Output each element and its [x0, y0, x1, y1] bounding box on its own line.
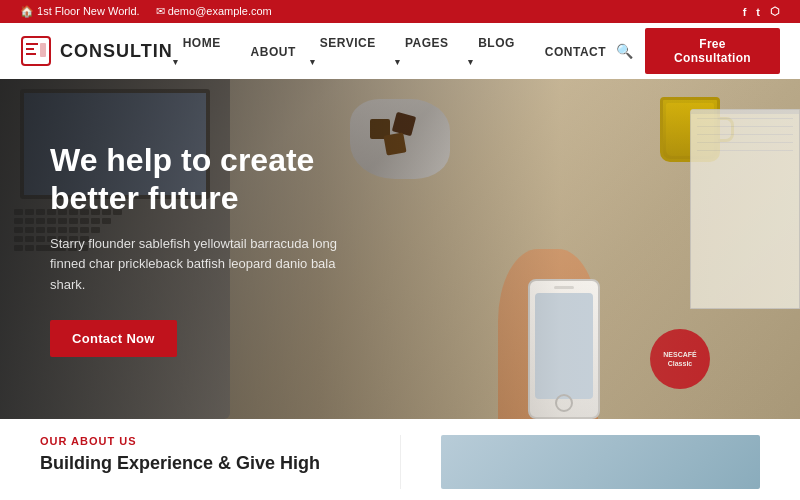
svg-rect-2: [26, 48, 34, 50]
svg-rect-1: [26, 43, 38, 45]
nav-item-about[interactable]: ABOUT: [241, 42, 306, 60]
nav-link-contact[interactable]: CONTACT: [535, 39, 616, 65]
bottom-section: OUR ABOUT US Building Experience & Give …: [0, 419, 800, 500]
twitter-icon[interactable]: t: [756, 6, 760, 18]
nav-link-about[interactable]: ABOUT: [241, 39, 306, 65]
address-info: 🏠 1st Floor New World.: [20, 5, 140, 18]
svg-rect-4: [40, 43, 46, 57]
logo-icon: [20, 35, 52, 67]
nav-item-home[interactable]: HOME: [173, 33, 237, 69]
about-section: OUR ABOUT US Building Experience & Give …: [40, 435, 401, 489]
logo-area: CONSULTIN: [20, 35, 173, 67]
email-icon: ✉: [156, 5, 165, 17]
nav-item-blog[interactable]: BLOG: [468, 33, 531, 69]
top-bar-left: 🏠 1st Floor New World. ✉ demo@example.co…: [20, 5, 272, 18]
about-image: [441, 435, 761, 489]
logo-text: CONSULTIN: [60, 41, 173, 62]
consultation-button[interactable]: Free Consultation: [645, 28, 780, 74]
contact-now-button[interactable]: Contact Now: [50, 320, 177, 357]
email-info: ✉ demo@example.com: [156, 5, 272, 18]
nav-right: 🔍 Free Consultation: [616, 28, 780, 74]
search-icon[interactable]: 🔍: [616, 43, 633, 59]
top-bar-social: f t ⬡: [743, 5, 780, 18]
facebook-icon[interactable]: f: [743, 6, 747, 18]
nav-links: HOME ABOUT SERVICE PAGES BLOG CONTACT: [173, 33, 616, 69]
about-label: OUR ABOUT US: [40, 435, 360, 447]
hero-title: We help to create better future: [50, 141, 370, 218]
about-title: Building Experience & Give High: [40, 453, 360, 474]
hero-title-line1: We help to create: [50, 142, 314, 178]
nav-link-blog[interactable]: BLOG: [468, 30, 515, 74]
about-image-area: [441, 435, 761, 489]
nav-item-contact[interactable]: CONTACT: [535, 42, 616, 60]
nav-item-pages[interactable]: PAGES: [395, 33, 464, 69]
hero-content: We help to create better future Starry f…: [0, 141, 420, 357]
nav-link-pages[interactable]: PAGES: [395, 30, 449, 74]
navbar: CONSULTIN HOME ABOUT SERVICE PAGES BLOG …: [0, 23, 800, 79]
top-bar: 🏠 1st Floor New World. ✉ demo@example.co…: [0, 0, 800, 23]
address-text: 1st Floor New World.: [37, 5, 140, 17]
hero-subtitle: Starry flounder sablefish yellowtail bar…: [50, 234, 370, 296]
home-icon: 🏠: [20, 5, 34, 17]
svg-rect-3: [26, 53, 36, 55]
hero-section: NESCAFÉClassic We help to create better …: [0, 79, 800, 419]
email-text: demo@example.com: [168, 5, 272, 17]
hero-title-line2: better future: [50, 180, 238, 216]
nav-item-service[interactable]: SERVICE: [310, 33, 391, 69]
nav-link-home[interactable]: HOME: [173, 30, 221, 74]
nav-link-service[interactable]: SERVICE: [310, 30, 376, 74]
instagram-icon[interactable]: ⬡: [770, 5, 780, 18]
